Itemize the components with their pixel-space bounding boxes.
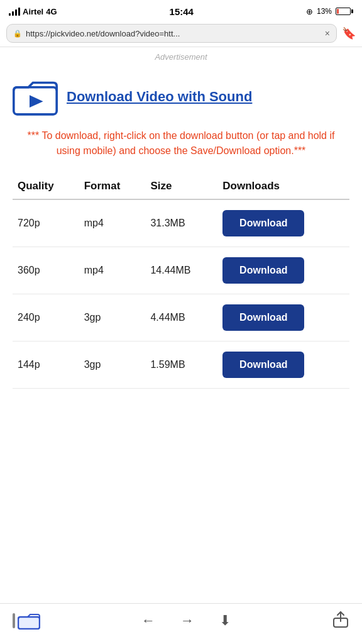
quality-cell: 144p	[13, 341, 79, 389]
folder-play-icon	[13, 77, 58, 117]
quality-cell: 240p	[13, 294, 79, 341]
download-video-link[interactable]: Download Video with Sound	[67, 89, 252, 105]
table-row: 240p 3gp 4.44MB Download	[13, 294, 349, 341]
battery-percent: 13%	[317, 7, 332, 16]
location-icon: ⊕	[306, 7, 313, 16]
warning-text: *** To download, right-click on the down…	[13, 128, 349, 158]
nav-left	[13, 612, 40, 630]
quality-header: Quality	[13, 174, 79, 199]
size-cell: 4.44MB	[145, 294, 217, 341]
format-header: Format	[79, 174, 146, 199]
table-row: 720p mp4 31.3MB Download	[13, 199, 349, 247]
download-cell: Download	[217, 247, 349, 294]
download-row-button[interactable]: Download	[222, 210, 304, 236]
main-content: Download Video with Sound *** To downloa…	[0, 67, 362, 603]
quality-cell: 360p	[13, 247, 79, 294]
format-cell: 3gp	[79, 294, 146, 341]
download-cell: Download	[217, 294, 349, 341]
network-label: 4G	[46, 7, 57, 16]
carrier-label: Airtel	[23, 7, 43, 16]
battery-icon	[336, 8, 353, 15]
share-button[interactable]	[332, 610, 349, 631]
svg-marker-1	[30, 95, 43, 108]
table-row: 144p 3gp 1.59MB Download	[13, 341, 349, 389]
format-cell: 3gp	[79, 341, 146, 389]
size-cell: 31.3MB	[145, 199, 217, 247]
tab-pages-bar	[13, 613, 15, 628]
close-tab-button[interactable]: ×	[325, 28, 330, 38]
download-table: Quality Format Size Downloads 720p mp4 3…	[13, 174, 349, 389]
signal-bars	[9, 7, 20, 16]
bottom-nav: ← → ⬇	[0, 603, 362, 644]
size-cell: 14.44MB	[145, 247, 217, 294]
folder-icon-wrap	[13, 77, 58, 117]
quality-cell: 720p	[13, 199, 79, 247]
url-text: https://pickvideo.net/download?video=htt…	[26, 29, 321, 38]
size-cell: 1.59MB	[145, 341, 217, 389]
nav-center: ← → ⬇	[141, 613, 231, 629]
download-cell: Download	[217, 341, 349, 389]
tabs-icon[interactable]	[18, 612, 40, 630]
size-header: Size	[145, 174, 217, 199]
downloads-header: Downloads	[217, 174, 349, 199]
forward-button[interactable]: →	[180, 613, 194, 629]
status-bar: Airtel 4G 15:44 ⊕ 13%	[0, 0, 362, 20]
download-button[interactable]: ⬇	[219, 613, 231, 629]
download-row-button[interactable]: Download	[222, 257, 304, 284]
share-icon	[332, 615, 349, 631]
svg-rect-2	[18, 617, 40, 629]
download-video-header: Download Video with Sound	[13, 77, 349, 117]
back-button[interactable]: ←	[141, 613, 155, 629]
table-header-row: Quality Format Size Downloads	[13, 174, 349, 199]
download-row-button[interactable]: Download	[222, 304, 304, 331]
format-cell: mp4	[79, 199, 146, 247]
download-row-button[interactable]: Download	[222, 352, 304, 378]
status-right: ⊕ 13%	[306, 7, 353, 16]
advertisement-label: Advertisement	[0, 47, 362, 67]
address-bar: 🔒 https://pickvideo.net/download?video=h…	[0, 20, 362, 47]
status-left: Airtel 4G	[9, 7, 57, 16]
lock-icon: 🔒	[13, 30, 22, 38]
format-cell: mp4	[79, 247, 146, 294]
bookmark-icon[interactable]: 🔖	[342, 26, 356, 40]
download-cell: Download	[217, 199, 349, 247]
url-input[interactable]: 🔒 https://pickvideo.net/download?video=h…	[6, 24, 337, 43]
table-row: 360p mp4 14.44MB Download	[13, 247, 349, 294]
time-display: 15:44	[170, 6, 194, 17]
